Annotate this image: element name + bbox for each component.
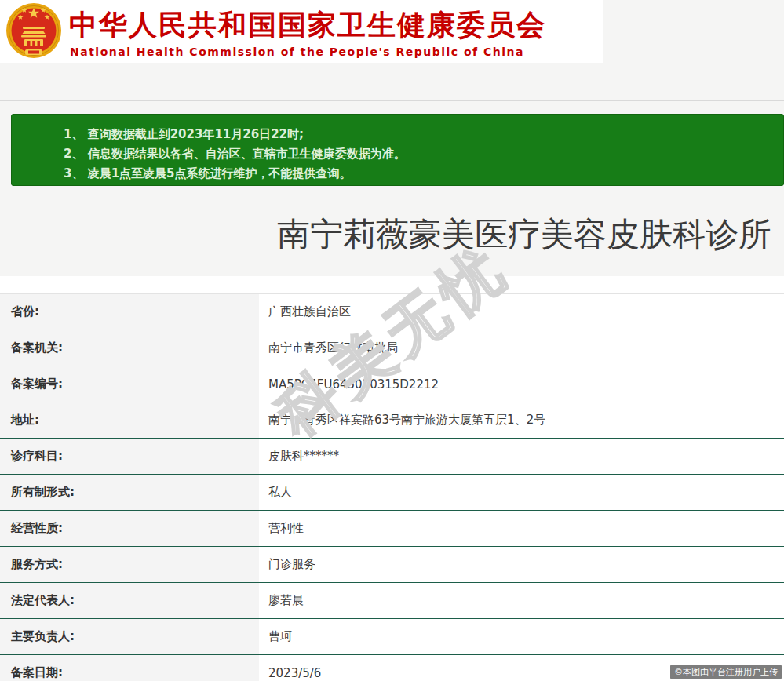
field-value: 曹珂 [259,619,784,654]
table-row: 所有制形式: 私人 [0,475,784,511]
record-table: 省份: 广西壮族自治区 备案机关: 南宁市青秀区行政审批局 备案编号: MA5P… [0,293,784,681]
field-value: 私人 [259,475,784,510]
institution-name-title: 南宁莉薇豪美医疗美容皮肤科诊所 [277,215,771,254]
table-row: 省份: 广西壮族自治区 [0,294,784,330]
china-national-emblem-icon [5,2,63,61]
field-label: 备案日期: [0,655,259,681]
table-row: 服务方式: 门诊服务 [0,547,784,583]
field-label: 省份: [0,294,259,330]
table-row: 主要负责人: 曹珂 [0,619,784,655]
notice-line: 2、 信息数据结果以各省、自治区、直辖市卫生健康委数据为准。 [64,144,775,164]
upload-credit-badge: ©本图由平台注册用户上传 [670,665,782,679]
notice-line: 3、 凌晨1点至凌晨5点系统进行维护，不能提供查询。 [64,164,775,184]
field-value: 门诊服务 [259,547,784,582]
notice-line: 1、 查询数据截止到2023年11月26日22时; [64,125,775,144]
field-label: 法定代表人: [0,583,259,618]
field-label: 服务方式: [0,547,259,582]
site-header: 中华人民共和国国家卫生健康委员会 National Health Commiss… [0,0,784,63]
field-label: 备案机关: [0,330,259,366]
page: 中华人民共和国国家卫生健康委员会 National Health Commiss… [0,0,784,681]
table-row: 诊疗科目: 皮肤科****** [0,439,784,475]
field-value: 皮肤科****** [259,439,784,474]
field-label: 所有制形式: [0,475,259,510]
query-result-section: 1、 查询数据截止到2023年11月26日22时; 2、 信息数据结果以各省、自… [0,63,784,276]
field-value: 廖若晨 [259,583,784,618]
notice-box: 1、 查询数据截止到2023年11月26日22时; 2、 信息数据结果以各省、自… [11,114,784,186]
field-label: 诊疗科目: [0,439,259,474]
table-row: 法定代表人: 廖若晨 [0,583,784,619]
field-value: 营利性 [259,511,784,546]
field-label: 地址: [0,402,259,438]
table-row: 备案机关: 南宁市青秀区行政审批局 [0,330,784,366]
site-title-chinese: 中华人民共和国国家卫生健康委员会 [69,6,546,45]
field-label: 备案编号: [0,366,259,402]
table-row: 地址: 南宁市青秀区祥宾路63号南宁旅游大厦第五层1、2号 [0,402,784,439]
field-label: 主要负责人: [0,619,259,654]
field-value: 南宁市青秀区行政审批局 [259,330,784,366]
table-row: 备案日期: 2023/5/6 [0,655,784,681]
field-value: 南宁市青秀区祥宾路63号南宁旅游大厦第五层1、2号 [259,402,784,438]
table-row: 经营性质: 营利性 [0,511,784,547]
horizontal-divider [0,100,784,101]
site-title-english: National Health Commission of the People… [70,46,524,58]
table-row: 备案编号: MA5PC4FU645010315D2212 [0,366,784,402]
field-value: 广西壮族自治区 [259,294,784,330]
site-header-banner: 中华人民共和国国家卫生健康委员会 National Health Commiss… [0,0,603,63]
field-label: 经营性质: [0,511,259,546]
field-value: MA5PC4FU645010315D2212 [259,366,784,402]
